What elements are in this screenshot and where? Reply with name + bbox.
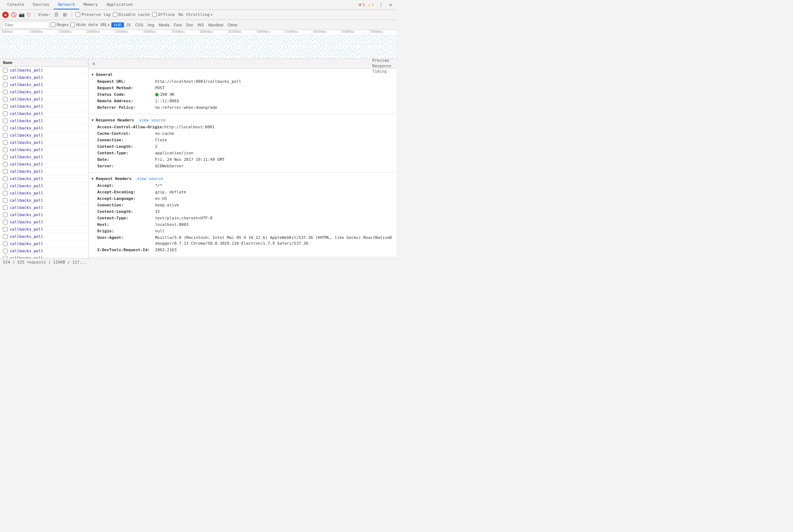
- request-checkbox[interactable]: [3, 119, 8, 123]
- list-item[interactable]: callbacks_poll: [0, 67, 88, 74]
- detail-close-button[interactable]: ×: [90, 59, 97, 69]
- request-checkbox[interactable]: [3, 126, 8, 130]
- list-item[interactable]: callbacks_poll: [0, 183, 88, 190]
- list-item[interactable]: callbacks_poll: [0, 233, 88, 240]
- request-checkbox[interactable]: [3, 213, 8, 217]
- request-checkbox[interactable]: [3, 249, 8, 253]
- request-checkbox[interactable]: [3, 256, 8, 258]
- list-item[interactable]: callbacks_poll: [0, 248, 88, 255]
- filter-type-doc[interactable]: Doc: [184, 22, 196, 27]
- list-item[interactable]: callbacks_poll: [0, 219, 88, 226]
- offline-checkbox[interactable]: Offline: [152, 12, 175, 17]
- grid-view-button[interactable]: ⊞: [62, 12, 68, 18]
- list-item[interactable]: callbacks_poll: [0, 125, 88, 132]
- record-button[interactable]: ●: [2, 12, 9, 18]
- filter-type-manifest[interactable]: Manifest: [206, 22, 226, 27]
- request-headers-view-source[interactable]: view source: [137, 176, 163, 181]
- list-item[interactable]: callbacks_poll: [0, 190, 88, 197]
- list-item[interactable]: callbacks_poll: [0, 81, 88, 89]
- list-item[interactable]: callbacks_poll: [0, 197, 88, 204]
- filter-type-other[interactable]: Other: [226, 22, 240, 27]
- preserve-log-checkbox[interactable]: Preserve log: [76, 12, 110, 17]
- request-checkbox[interactable]: [3, 220, 8, 224]
- header-key: Request URL:: [97, 79, 155, 85]
- more-options-icon[interactable]: ⋮: [377, 1, 385, 8]
- request-item-name: callbacks_poll: [10, 205, 43, 210]
- list-item[interactable]: callbacks_poll: [0, 110, 88, 117]
- list-item[interactable]: callbacks_poll: [0, 146, 88, 154]
- list-item[interactable]: callbacks_poll: [0, 226, 88, 233]
- filter-type-js[interactable]: JS: [124, 22, 133, 27]
- list-view-button[interactable]: ☰: [53, 12, 60, 18]
- disable-cache-checkbox[interactable]: Disable cache: [113, 12, 150, 17]
- list-item[interactable]: callbacks_poll: [0, 204, 88, 211]
- response-headers-view-source[interactable]: view source: [139, 118, 166, 123]
- request-checkbox[interactable]: [3, 205, 8, 210]
- request-checkbox[interactable]: [3, 234, 8, 239]
- request-checkbox[interactable]: [3, 198, 8, 203]
- request-checkbox[interactable]: [3, 111, 8, 116]
- close-devtools-icon[interactable]: ✕: [388, 1, 394, 8]
- request-checkbox[interactable]: [3, 82, 8, 87]
- hide-data-urls-checkbox[interactable]: Hide data URLs: [70, 22, 110, 27]
- request-checkbox[interactable]: [3, 90, 8, 94]
- list-item[interactable]: callbacks_poll: [0, 168, 88, 175]
- request-checkbox[interactable]: [3, 97, 8, 102]
- list-item[interactable]: callbacks_poll: [0, 161, 88, 168]
- list-item[interactable]: callbacks_poll: [0, 96, 88, 103]
- filter-type-ws[interactable]: WS: [195, 22, 206, 27]
- list-item[interactable]: callbacks_poll: [0, 255, 88, 258]
- list-item[interactable]: callbacks_poll: [0, 240, 88, 248]
- request-checkbox[interactable]: [3, 147, 8, 152]
- request-checkbox[interactable]: [3, 104, 8, 109]
- detail-tab-timing[interactable]: Timing: [369, 69, 395, 74]
- detail-tab-preview[interactable]: Preview: [369, 59, 395, 64]
- tab-console[interactable]: Console: [3, 0, 28, 9]
- request-checkbox[interactable]: [3, 140, 8, 145]
- tab-application[interactable]: Application: [102, 0, 137, 9]
- request-headers-title-text: Request Headers: [96, 176, 132, 181]
- request-checkbox[interactable]: [3, 68, 8, 73]
- request-checkbox[interactable]: [3, 75, 8, 80]
- clear-button[interactable]: 🚫: [11, 12, 17, 17]
- filter-type-font[interactable]: Font: [172, 22, 184, 27]
- timeline-mark: 60000ms: [312, 30, 340, 35]
- response-headers-title[interactable]: ▼ Response Headers view source: [89, 117, 396, 124]
- list-item[interactable]: callbacks_poll: [0, 139, 88, 146]
- list-item[interactable]: callbacks_poll: [0, 154, 88, 161]
- request-checkbox[interactable]: [3, 155, 8, 159]
- tab-memory[interactable]: Memory: [79, 0, 102, 9]
- tab-sources[interactable]: Sources: [28, 0, 53, 9]
- regex-checkbox[interactable]: Regex: [51, 22, 69, 27]
- request-checkbox[interactable]: [3, 176, 8, 181]
- list-item[interactable]: callbacks_poll: [0, 211, 88, 219]
- list-item[interactable]: callbacks_poll: [0, 175, 88, 183]
- list-item[interactable]: callbacks_poll: [0, 74, 88, 81]
- request-checkbox[interactable]: [3, 133, 8, 138]
- filter-type-media[interactable]: Media: [157, 22, 172, 27]
- list-item[interactable]: callbacks_poll: [0, 132, 88, 139]
- request-checkbox[interactable]: [3, 184, 8, 188]
- main-content: Name callbacks_poll callbacks_poll callb…: [0, 59, 396, 258]
- general-section-title[interactable]: ▼ General: [89, 72, 396, 78]
- filter-type-css[interactable]: CSS: [133, 22, 146, 27]
- request-checkbox[interactable]: [3, 169, 8, 174]
- filter-input[interactable]: [2, 21, 49, 29]
- filter-button[interactable]: ▽: [27, 12, 31, 18]
- filter-type-img[interactable]: Img: [146, 22, 157, 27]
- request-headers-title[interactable]: ▼ Request Headers view source: [89, 176, 396, 183]
- throttle-dropdown[interactable]: No throttling ▾: [177, 12, 214, 17]
- tab-network[interactable]: Network: [54, 0, 79, 9]
- list-item[interactable]: callbacks_poll: [0, 117, 88, 125]
- list-item[interactable]: callbacks_poll: [0, 103, 88, 110]
- timeline-mark: 15000ms: [57, 30, 85, 35]
- header-row: Host: localhost:8083: [89, 222, 396, 228]
- request-checkbox[interactable]: [3, 191, 8, 196]
- request-checkbox[interactable]: [3, 227, 8, 232]
- list-item[interactable]: callbacks_poll: [0, 89, 88, 96]
- filter-type-xhr[interactable]: XHR: [111, 22, 124, 27]
- detail-tab-response[interactable]: Response: [369, 64, 395, 69]
- request-checkbox[interactable]: [3, 241, 8, 246]
- camera-button[interactable]: 📷: [19, 12, 25, 17]
- request-checkbox[interactable]: [3, 162, 8, 167]
